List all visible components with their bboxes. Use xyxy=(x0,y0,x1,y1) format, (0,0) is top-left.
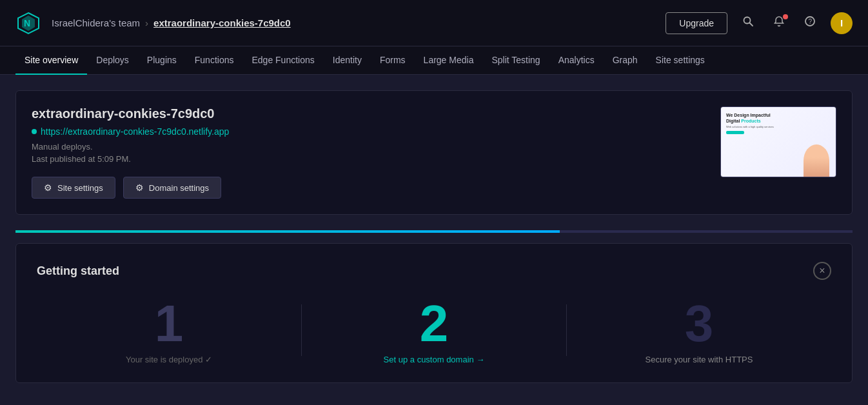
nav-item-functions[interactable]: Functions xyxy=(186,46,243,75)
site-preview: We Design Impactful Digital Products Web… xyxy=(720,106,836,177)
notification-badge xyxy=(783,14,788,19)
avatar[interactable]: I xyxy=(831,12,853,34)
search-icon xyxy=(742,15,754,30)
nav-item-analytics[interactable]: Analytics xyxy=(549,46,604,75)
close-getting-started-button[interactable]: × xyxy=(813,262,831,280)
step-3: 3 Secure your site with HTTPS xyxy=(567,298,831,364)
breadcrumb-site[interactable]: extraordinary-conkies-7c9dc0 xyxy=(153,17,291,28)
breadcrumb-separator: › xyxy=(145,17,148,28)
preview-headline1: We Design Impactful xyxy=(726,112,831,118)
nav-item-edge-functions[interactable]: Edge Functions xyxy=(242,46,323,75)
nav-item-split-testing[interactable]: Split Testing xyxy=(482,46,549,75)
step-1-number: 1 xyxy=(155,298,184,350)
breadcrumb-team[interactable]: IsraelChidera's team xyxy=(52,17,140,28)
deploy-type: Manual deploys. xyxy=(32,142,720,152)
steps-row: 1 Your site is deployed ✓ 2 Set up a cus… xyxy=(37,298,831,364)
preview-headline3: Products xyxy=(741,119,760,123)
nav-item-forms[interactable]: Forms xyxy=(371,46,415,75)
getting-started-section: Getting started × 1 Your site is deploye… xyxy=(15,243,853,383)
site-url-row: https://extraordinary-conkies-7c9dc0.net… xyxy=(32,126,720,137)
step-2-label[interactable]: Set up a custom domain → xyxy=(384,355,485,364)
step-1-label: Your site is deployed ✓ xyxy=(126,355,212,364)
site-info: extraordinary-conkies-7c9dc0 https://ext… xyxy=(32,106,720,199)
circle-icon: ? xyxy=(804,15,816,30)
upgrade-button[interactable]: Upgrade xyxy=(666,12,727,34)
site-settings-button[interactable]: ⚙ Site settings xyxy=(32,177,115,199)
nav-item-site-overview[interactable]: Site overview xyxy=(15,46,87,75)
preview-headline2: Digital Products xyxy=(726,118,831,124)
svg-text:N: N xyxy=(24,18,30,28)
svg-text:?: ? xyxy=(809,18,813,25)
site-actions: ⚙ Site settings ⚙ Domain settings xyxy=(32,177,720,199)
site-card: extraordinary-conkies-7c9dc0 https://ext… xyxy=(15,90,853,215)
step-2: 2 Set up a custom domain → xyxy=(302,298,566,364)
topbar-actions: Upgrade ? xyxy=(666,12,853,34)
topbar: N IsraelChidera's team › extraordinary-c… xyxy=(0,0,868,46)
gear-icon: ⚙ xyxy=(44,183,52,193)
nav-item-identity[interactable]: Identity xyxy=(324,46,371,75)
domain-settings-button[interactable]: ⚙ Domain settings xyxy=(123,177,221,199)
last-published: Last published at 5:09 PM. xyxy=(32,154,720,164)
getting-started-header: Getting started × xyxy=(37,262,831,280)
nav-item-plugins[interactable]: Plugins xyxy=(138,46,186,75)
getting-started-title: Getting started xyxy=(37,264,119,278)
help-button[interactable]: ? xyxy=(800,13,820,34)
netlify-logo: N xyxy=(15,10,41,36)
preview-cta xyxy=(726,131,744,134)
nav-item-graph[interactable]: Graph xyxy=(604,46,647,75)
gear-icon-2: ⚙ xyxy=(135,183,144,193)
step-2-number: 2 xyxy=(420,298,449,350)
nav-item-deploys[interactable]: Deploys xyxy=(87,46,138,75)
main-nav: Site overview Deploys Plugins Functions … xyxy=(0,46,868,75)
close-icon: × xyxy=(819,265,825,277)
preview-description: Web solutions with a high quality servic… xyxy=(726,125,831,128)
nav-item-site-settings[interactable]: Site settings xyxy=(647,46,714,75)
main-content: extraordinary-conkies-7c9dc0 https://ext… xyxy=(0,75,868,383)
breadcrumb: IsraelChidera's team › extraordinary-con… xyxy=(52,17,666,28)
preview-image xyxy=(804,144,829,177)
site-url-link[interactable]: https://extraordinary-conkies-7c9dc0.net… xyxy=(41,126,229,137)
svg-line-4 xyxy=(750,23,753,26)
step-1: 1 Your site is deployed ✓ xyxy=(37,298,301,364)
notifications-button[interactable] xyxy=(769,13,789,34)
search-button[interactable] xyxy=(738,13,758,34)
step-3-label: Secure your site with HTTPS xyxy=(646,355,753,364)
status-dot xyxy=(32,129,37,134)
nav-item-large-media[interactable]: Large Media xyxy=(415,46,483,75)
site-name: extraordinary-conkies-7c9dc0 xyxy=(32,106,720,121)
step-3-number: 3 xyxy=(685,298,714,350)
